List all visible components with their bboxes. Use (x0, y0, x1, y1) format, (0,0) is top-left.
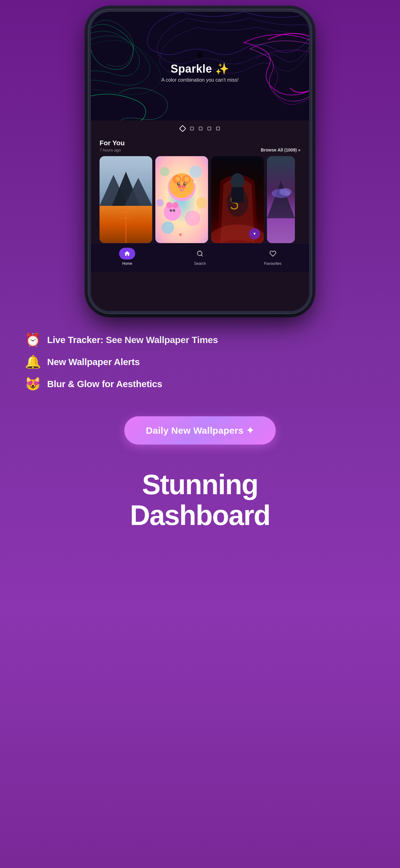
wallpaper-row: ✦ ✦ ✦ ♥ (91, 156, 309, 243)
svg-point-12 (169, 173, 194, 198)
feature-emoji-0: ⏰ (25, 332, 41, 347)
section-time: 7 hours ago (100, 148, 125, 152)
svg-point-15 (175, 177, 180, 182)
for-you-header: For You 7 hours ago Browse All (1009) » (91, 136, 309, 156)
phone-container: ♛ Sparkle ✨ A color combination you can'… (88, 9, 312, 314)
feature-text-2: Blur & Glow for Aesthetics (47, 379, 162, 389)
carousel-dot-0[interactable] (179, 125, 186, 132)
svg-point-27 (170, 209, 172, 212)
svg-point-31 (196, 197, 207, 208)
section-title-group: For You 7 hours ago (100, 139, 125, 152)
svg-line-50 (201, 255, 202, 256)
hero-title: Sparkle ✨ (161, 62, 238, 75)
wallpaper-card-partial[interactable] (267, 156, 295, 243)
svg-point-26 (172, 202, 178, 208)
hero-banner: ♛ Sparkle ✨ A color combination you can'… (91, 12, 309, 120)
svg-point-19 (179, 189, 184, 192)
bottom-title: Stunning Dashboard (25, 469, 375, 531)
bottom-title-line1: Stunning (142, 469, 258, 500)
nav-fav-icon-wrap (265, 248, 281, 259)
browse-chevrons: » (298, 148, 300, 152)
bottom-title-section: Stunning Dashboard (0, 463, 400, 556)
wallpaper-card-cute[interactable]: ✦ ✦ ✦ ♥ (155, 156, 208, 243)
nav-home-label: Home (122, 261, 132, 266)
bottom-navigation: Home Search (91, 243, 309, 272)
section-title: For You (100, 139, 125, 147)
svg-text:✦: ✦ (193, 180, 197, 185)
feature-item-1: 🔔 New Wallpaper Alerts (25, 354, 375, 369)
bottom-title-line2: Dashboard (130, 500, 270, 531)
svg-point-30 (160, 167, 169, 176)
svg-point-29 (190, 165, 202, 178)
svg-point-34 (162, 221, 174, 234)
svg-text:✦: ✦ (199, 209, 201, 213)
feature-item-2: 😻 Blur & Glow for Aesthetics (25, 376, 375, 392)
wallpaper-card-hero[interactable]: ▼ (211, 156, 264, 243)
nav-item-search[interactable]: Search (164, 248, 237, 266)
wallpaper-card-mountain[interactable] (100, 156, 152, 243)
cta-section: Daily New Wallpapers ✦ (0, 407, 400, 463)
phone-frame: ♛ Sparkle ✨ A color combination you can'… (88, 9, 312, 314)
svg-point-23 (185, 183, 186, 184)
svg-point-48 (279, 188, 292, 195)
hero-subtitle: A color combination you can't miss! (161, 77, 238, 83)
svg-text:♥: ♥ (178, 231, 182, 238)
carousel-dot-2[interactable] (199, 127, 202, 130)
carousel-dot-3[interactable] (207, 127, 211, 130)
svg-text:✦: ✦ (165, 190, 168, 194)
nav-item-favourites[interactable]: Favourites (236, 248, 309, 266)
feature-text-0: Live Tracker: See New Wallpaper Times (47, 335, 218, 345)
feature-emoji-2: 😻 (25, 376, 41, 392)
browse-all-button[interactable]: Browse All (1009) » (261, 148, 300, 152)
features-section: ⏰ Live Tracker: See New Wallpaper Times … (0, 314, 400, 407)
svg-point-25 (166, 202, 172, 208)
crown-icon: ♛ (161, 50, 238, 60)
expand-button[interactable]: ▼ (249, 228, 260, 239)
feature-emoji-1: 🔔 (25, 354, 41, 369)
svg-point-32 (156, 199, 164, 207)
nav-search-label: Search (194, 261, 206, 266)
nav-fav-label: Favourites (264, 261, 281, 266)
svg-point-22 (178, 183, 179, 184)
svg-point-16 (185, 177, 190, 182)
svg-point-33 (185, 211, 200, 226)
carousel-dot-4[interactable] (216, 127, 220, 130)
feature-text-1: New Wallpaper Alerts (47, 357, 140, 367)
carousel-dots (91, 120, 309, 136)
nav-search-icon-wrap (192, 248, 208, 259)
cta-button[interactable]: Daily New Wallpapers ✦ (124, 416, 276, 444)
carousel-dot-1[interactable] (190, 127, 194, 130)
hero-content: ♛ Sparkle ✨ A color combination you can'… (161, 50, 238, 83)
feature-item-0: ⏰ Live Tracker: See New Wallpaper Times (25, 332, 375, 347)
svg-point-28 (173, 209, 175, 212)
nav-home-icon-wrap (119, 248, 135, 259)
phone-screen: ♛ Sparkle ✨ A color combination you can'… (91, 12, 309, 311)
nav-item-home[interactable]: Home (91, 248, 164, 266)
